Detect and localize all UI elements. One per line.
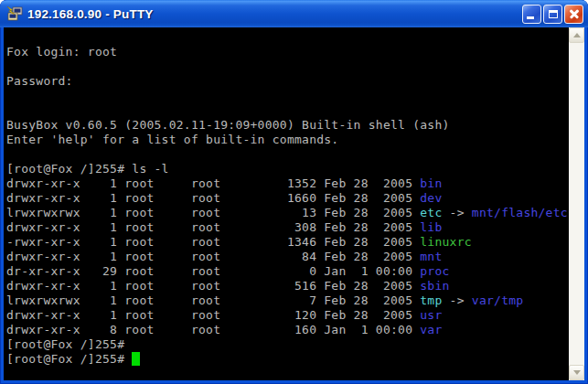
maximize-button[interactable]: [543, 5, 562, 24]
terminal-line: [6, 89, 569, 103]
arrow-down-icon: [573, 370, 581, 375]
putty-window: 192.168.0.90 - PuTTY Fox login: rootPass…: [0, 0, 588, 384]
terminal-line: [6, 103, 569, 118]
terminal-line: [root@Fox /]255#: [6, 352, 569, 367]
minimize-icon: [527, 16, 534, 19]
scrollbar-track[interactable]: [569, 43, 584, 365]
terminal-line: drwxr-xr-x 1 root root 84 Feb 28 2005 mn…: [6, 250, 569, 264]
minimize-button[interactable]: [522, 5, 541, 24]
terminal-line: Password:: [6, 74, 569, 89]
terminal-line: drwxr-xr-x 1 root root 516 Feb 28 2005 s…: [6, 279, 569, 293]
terminal-line: drwxr-xr-x 1 root root 120 Feb 28 2005 u…: [6, 308, 569, 323]
close-button[interactable]: [564, 5, 583, 24]
terminal-line: [6, 147, 569, 162]
window-title: 192.168.0.90 - PuTTY: [27, 7, 522, 21]
terminal-line: drwxr-xr-x 1 root root 1660 Feb 28 2005 …: [6, 191, 569, 206]
terminal-line: drwxr-xr-x 1 root root 308 Feb 28 2005 l…: [6, 220, 569, 235]
maximize-icon: [549, 10, 558, 18]
close-icon: [565, 5, 583, 23]
terminal-line: Fox login: root: [6, 45, 569, 59]
terminal-line: Enter 'help' for a list of built-in comm…: [6, 133, 569, 147]
terminal-line: [6, 59, 569, 74]
terminal-line: drwxr-xr-x 8 root root 160 Jan 1 00:00 v…: [6, 323, 569, 337]
terminal-line: lrwxrwxrwx 1 root root 13 Feb 28 2005 et…: [6, 206, 569, 220]
terminal-line: [root@Fox /]255# ls -l: [6, 162, 569, 176]
terminal-line: -rwxr-xr-x 1 root root 1346 Feb 28 2005 …: [6, 235, 569, 250]
scroll-up-button[interactable]: [569, 27, 584, 43]
terminal-line: dr-xr-xr-x 29 root root 0 Jan 1 00:00 pr…: [6, 264, 569, 279]
terminal-line: BusyBox v0.60.5 (2005.02.11-19:09+0000) …: [6, 118, 569, 133]
terminal-screen[interactable]: Fox login: rootPassword:BusyBox v0.60.5 …: [4, 27, 569, 380]
titlebar[interactable]: 192.168.0.90 - PuTTY: [0, 0, 588, 27]
terminal-line: drwxr-xr-x 1 root root 1352 Feb 28 2005 …: [6, 176, 569, 191]
arrow-up-icon: [573, 33, 581, 37]
window-controls: [522, 5, 583, 24]
scrollbar[interactable]: [569, 27, 584, 380]
scroll-down-button[interactable]: [569, 365, 584, 380]
terminal-line: [6, 30, 569, 45]
terminal-line: [root@Fox /]255#: [6, 337, 569, 352]
putty-app-icon: [6, 6, 23, 22]
window-body: Fox login: rootPassword:BusyBox v0.60.5 …: [0, 27, 588, 384]
terminal-line: lrwxrwxrwx 1 root root 7 Feb 28 2005 tmp…: [6, 293, 569, 308]
